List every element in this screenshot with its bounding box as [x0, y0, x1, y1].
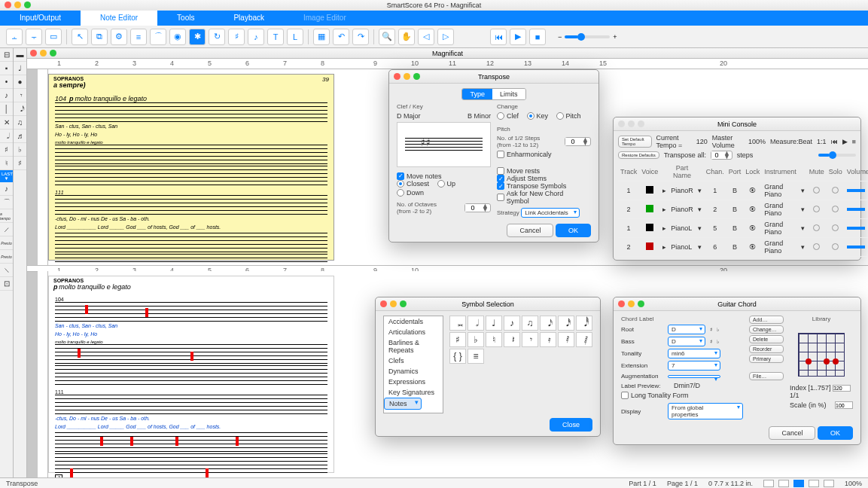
pal-flag-icon[interactable]: ♪	[0, 89, 13, 102]
symbol-item[interactable]: 𝄿	[540, 332, 556, 347]
bass-select[interactable]: D	[668, 337, 705, 346]
tempo-slider[interactable]	[565, 35, 610, 38]
tool-redo-icon[interactable]: ↷	[352, 29, 369, 45]
master-volume-slider[interactable]	[818, 154, 856, 157]
gc-traffic-lights[interactable]	[618, 300, 644, 307]
tool-pointer-icon[interactable]: ↖	[72, 29, 88, 45]
display-select[interactable]: From global properties	[668, 403, 743, 419]
scale-input[interactable]	[835, 401, 853, 409]
status-zoom[interactable]: 100%	[845, 480, 862, 487]
pal-presto-icon[interactable]: Presto	[0, 236, 13, 250]
symbol-item[interactable]: 𝅘𝅥𝅰	[558, 316, 574, 331]
tab-image-editor[interactable]: Image Editor	[284, 11, 366, 26]
symbol-category-item[interactable]: Accidentals	[384, 316, 443, 327]
root-select[interactable]: D	[668, 325, 705, 334]
transsym-check[interactable]: Transpose Symbols	[497, 182, 585, 190]
tool-sharp-icon[interactable]: ♯	[228, 29, 245, 45]
pal-half-icon[interactable]: 𝅗𝅥	[0, 130, 13, 143]
pal-x-icon[interactable]: ✕	[0, 116, 13, 130]
pal2-head-icon[interactable]: ●	[14, 75, 26, 89]
moverests-check[interactable]: Move rests	[497, 167, 585, 175]
tool-page-icon[interactable]: ▭	[45, 29, 62, 45]
change-key-radio[interactable]: Key	[527, 112, 549, 120]
tool-snap-icon[interactable]: ✱	[189, 29, 206, 45]
tab-playback[interactable]: Playback	[214, 11, 284, 26]
restore-defaults-button[interactable]: Restore Defaults	[618, 151, 659, 159]
tool-hand-icon[interactable]: ✋	[398, 29, 415, 45]
symbol-item[interactable]: ♭	[468, 332, 484, 347]
pal2-flat-icon[interactable]: ♭	[14, 143, 26, 157]
tool-tie-icon[interactable]: ⌒	[150, 29, 166, 45]
transpose-all-spinner[interactable]: ▲▼	[711, 151, 732, 160]
midi-track-row[interactable]: 1▸PianoR▾1B⦿Grand Piano▾10000	[618, 181, 868, 200]
transpose-tab-type[interactable]: Type	[462, 89, 492, 99]
symbol-category-item[interactable]: Expressions	[384, 377, 443, 387]
tool-view-split-h-icon[interactable]: ⫠	[6, 29, 23, 45]
view-mode-1-icon[interactable]	[763, 480, 774, 487]
sym-traffic-lights[interactable]	[380, 300, 407, 307]
change-clef-radio[interactable]: Clef	[497, 112, 519, 120]
tool-view-split-v-icon[interactable]: ⫟	[26, 29, 42, 45]
pal-stem-icon[interactable]: │	[0, 102, 13, 116]
tool-lyric-icon[interactable]: L	[287, 29, 303, 45]
pal2-note-icon[interactable]: ♩	[14, 62, 26, 75]
symbol-item[interactable]: 𝄾	[522, 332, 538, 347]
tab-input-output[interactable]: Input/Output	[0, 11, 81, 26]
view-mode-2-icon[interactable]	[778, 480, 789, 487]
transpose-tabs[interactable]: Type Limits	[461, 88, 525, 100]
aug-select[interactable]	[668, 375, 720, 378]
symbol-item[interactable]: ♪	[504, 316, 520, 331]
octaves-spinner[interactable]: ▲▼	[464, 203, 491, 212]
tool-undo-icon[interactable]: ↶	[333, 29, 349, 45]
midi-rewind-icon[interactable]: ⏮	[831, 138, 838, 145]
tool-grid-icon[interactable]: ▦	[313, 29, 330, 45]
fretboard[interactable]	[795, 327, 848, 380]
symbol-item[interactable]: { }	[449, 349, 466, 364]
midi-stop-icon[interactable]: ■	[852, 138, 856, 145]
tab-tools[interactable]: Tools	[157, 11, 214, 26]
transpose-cancel-button[interactable]: Cancel	[507, 224, 553, 237]
symbol-category-item[interactable]: Ottavas	[384, 410, 443, 413]
window-traffic-lights[interactable]	[5, 2, 31, 8]
midi-play-icon[interactable]: ▶	[842, 138, 848, 145]
score-enf[interactable]: SOPRANOS p molto tranquillo e legato 104…	[48, 276, 334, 473]
symbol-category-item[interactable]: Dynamics	[384, 366, 443, 377]
gc-cancel-button[interactable]: Cancel	[769, 426, 815, 440]
midi-track-row[interactable]: 2▸PianoL▾6B⦿Grand Piano▾10000	[618, 238, 868, 257]
symbol-category-item[interactable]: Key Signatures	[384, 387, 443, 398]
view-mode-3-icon[interactable]	[793, 480, 804, 487]
pal-eighth-icon[interactable]: ♪	[0, 182, 13, 196]
move-notes-check[interactable]: Move notes	[397, 172, 442, 180]
tab-note-editor[interactable]: Note Editor	[81, 11, 157, 26]
sym-close-button[interactable]: Close	[550, 418, 592, 432]
gc-ok-button[interactable]: OK	[818, 426, 853, 440]
gc-change-button[interactable]: Change…	[749, 325, 784, 334]
pal2-16-icon[interactable]: 𝅘𝅥𝅯	[14, 102, 26, 116]
closest-radio[interactable]: Closest	[397, 180, 429, 188]
doc-traffic-lights[interactable]	[30, 50, 56, 56]
strategy-select[interactable]: Link Accidentals	[521, 208, 579, 218]
gc-delete-button[interactable]: Delete	[749, 335, 784, 343]
playback-rewind-icon[interactable]: ⏮	[490, 29, 507, 45]
up-radio[interactable]: Up	[437, 180, 456, 188]
gc-add-button[interactable]: Add…	[749, 316, 784, 324]
tool-text-icon[interactable]: T	[267, 29, 284, 45]
symbol-item[interactable]: 𝅗𝅥	[468, 316, 484, 331]
playback-stop-icon[interactable]: ■	[529, 29, 546, 45]
pal2-rest8-icon[interactable]: 𝄾	[14, 89, 26, 102]
askchord-check[interactable]: Ask for New Chord Symbol	[497, 190, 585, 205]
symbol-item[interactable]: 𝅁	[576, 332, 592, 347]
pal-dot-icon[interactable]: •	[0, 75, 13, 89]
symbol-item[interactable]: ♫	[522, 316, 538, 331]
tool-rotate-icon[interactable]: ↻	[209, 29, 225, 45]
adjuststems-check[interactable]: Adjust Stems	[497, 175, 585, 182]
longform-check[interactable]: Long Tonality Form	[621, 392, 688, 399]
symbol-item[interactable]: ♩	[486, 316, 502, 331]
gc-primary-button[interactable]: Primary	[749, 355, 784, 363]
pal2-whole-icon[interactable]: ▬	[14, 48, 26, 62]
symbol-category-item[interactable]: Notes	[384, 398, 422, 410]
score-image[interactable]: SOPRANOS a sempre) 39 104 p molto tranqu…	[48, 74, 334, 261]
symbol-category-item[interactable]: Barlines & Repeats	[384, 337, 443, 355]
index-input[interactable]	[833, 385, 851, 392]
symbol-item[interactable]: ♯	[449, 332, 466, 347]
